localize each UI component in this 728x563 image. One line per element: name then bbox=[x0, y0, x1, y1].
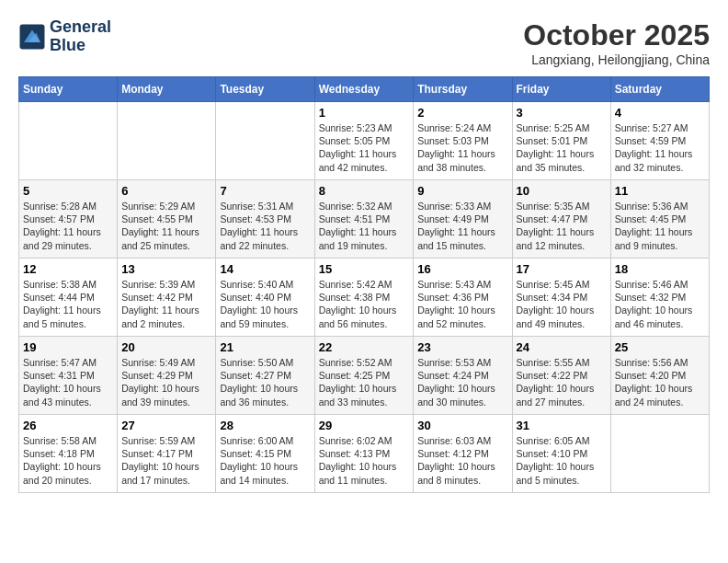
weekday-header-saturday: Saturday bbox=[610, 77, 709, 102]
weekday-header-thursday: Thursday bbox=[414, 77, 512, 102]
day-cell-23: 23Sunrise: 5:53 AM Sunset: 4:24 PM Dayli… bbox=[414, 337, 512, 415]
day-cell-5: 5Sunrise: 5:28 AM Sunset: 4:57 PM Daylig… bbox=[19, 180, 118, 259]
day-number: 9 bbox=[417, 184, 507, 198]
day-info: Sunrise: 6:00 AM Sunset: 4:15 PM Dayligh… bbox=[220, 434, 310, 487]
day-number: 11 bbox=[615, 184, 705, 198]
day-info: Sunrise: 5:45 AM Sunset: 4:34 PM Dayligh… bbox=[517, 278, 607, 330]
day-number: 16 bbox=[417, 262, 507, 276]
week-row-5: 26Sunrise: 5:58 AM Sunset: 4:18 PM Dayli… bbox=[19, 415, 710, 493]
day-cell-20: 20Sunrise: 5:49 AM Sunset: 4:29 PM Dayli… bbox=[118, 337, 216, 415]
day-cell-18: 18Sunrise: 5:46 AM Sunset: 4:32 PM Dayli… bbox=[610, 259, 709, 337]
logo-text: General Blue bbox=[50, 18, 111, 55]
day-cell-6: 6Sunrise: 5:29 AM Sunset: 4:55 PM Daylig… bbox=[118, 180, 216, 259]
day-cell-7: 7Sunrise: 5:31 AM Sunset: 4:53 PM Daylig… bbox=[216, 180, 314, 259]
day-info: Sunrise: 5:33 AM Sunset: 4:49 PM Dayligh… bbox=[417, 200, 507, 252]
day-cell-2: 2Sunrise: 5:24 AM Sunset: 5:03 PM Daylig… bbox=[414, 102, 512, 180]
day-info: Sunrise: 5:35 AM Sunset: 4:47 PM Dayligh… bbox=[517, 200, 607, 252]
day-cell-28: 28Sunrise: 6:00 AM Sunset: 4:15 PM Dayli… bbox=[216, 415, 314, 493]
day-cell-19: 19Sunrise: 5:47 AM Sunset: 4:31 PM Dayli… bbox=[19, 337, 118, 415]
day-info: Sunrise: 5:32 AM Sunset: 4:51 PM Dayligh… bbox=[319, 200, 410, 252]
day-cell-1: 1Sunrise: 5:23 AM Sunset: 5:05 PM Daylig… bbox=[314, 102, 414, 180]
day-cell-8: 8Sunrise: 5:32 AM Sunset: 4:51 PM Daylig… bbox=[314, 180, 414, 259]
day-number: 15 bbox=[319, 262, 410, 276]
weekday-header-monday: Monday bbox=[118, 77, 216, 102]
day-number: 14 bbox=[220, 262, 310, 276]
day-number: 5 bbox=[23, 184, 113, 198]
day-cell-24: 24Sunrise: 5:55 AM Sunset: 4:22 PM Dayli… bbox=[512, 337, 610, 415]
day-cell-13: 13Sunrise: 5:39 AM Sunset: 4:42 PM Dayli… bbox=[118, 259, 216, 337]
logo: General Blue bbox=[18, 18, 111, 55]
day-cell-4: 4Sunrise: 5:27 AM Sunset: 4:59 PM Daylig… bbox=[610, 102, 709, 180]
weekday-header-wednesday: Wednesday bbox=[314, 77, 414, 102]
logo-icon bbox=[18, 23, 46, 51]
day-number: 19 bbox=[23, 340, 113, 354]
day-info: Sunrise: 5:46 AM Sunset: 4:32 PM Dayligh… bbox=[615, 278, 705, 330]
day-number: 1 bbox=[319, 106, 410, 120]
title-block: October 2025 Langxiang, Heilongjiang, Ch… bbox=[523, 18, 710, 67]
weekday-header-row: SundayMondayTuesdayWednesdayThursdayFrid… bbox=[19, 77, 710, 102]
day-info: Sunrise: 5:56 AM Sunset: 4:20 PM Dayligh… bbox=[615, 356, 705, 408]
day-cell-16: 16Sunrise: 5:43 AM Sunset: 4:36 PM Dayli… bbox=[414, 259, 512, 337]
day-info: Sunrise: 5:47 AM Sunset: 4:31 PM Dayligh… bbox=[23, 356, 113, 408]
day-number: 27 bbox=[121, 419, 211, 432]
day-info: Sunrise: 5:49 AM Sunset: 4:29 PM Dayligh… bbox=[121, 356, 211, 408]
day-info: Sunrise: 5:31 AM Sunset: 4:53 PM Dayligh… bbox=[220, 200, 310, 252]
day-info: Sunrise: 6:02 AM Sunset: 4:13 PM Dayligh… bbox=[319, 434, 410, 487]
day-cell-15: 15Sunrise: 5:42 AM Sunset: 4:38 PM Dayli… bbox=[314, 259, 414, 337]
empty-cell bbox=[118, 102, 216, 180]
day-number: 6 bbox=[121, 184, 211, 198]
day-cell-25: 25Sunrise: 5:56 AM Sunset: 4:20 PM Dayli… bbox=[610, 337, 709, 415]
logo-line2: Blue bbox=[50, 37, 111, 55]
day-number: 28 bbox=[220, 419, 310, 432]
day-number: 26 bbox=[23, 419, 113, 432]
day-info: Sunrise: 5:39 AM Sunset: 4:42 PM Dayligh… bbox=[121, 278, 211, 330]
week-row-2: 5Sunrise: 5:28 AM Sunset: 4:57 PM Daylig… bbox=[19, 180, 710, 259]
page-header: General Blue October 2025 Langxiang, Hei… bbox=[18, 18, 710, 67]
day-number: 23 bbox=[417, 340, 507, 354]
day-number: 30 bbox=[417, 419, 507, 432]
day-info: Sunrise: 5:42 AM Sunset: 4:38 PM Dayligh… bbox=[319, 278, 410, 330]
day-number: 8 bbox=[319, 184, 410, 198]
day-cell-3: 3Sunrise: 5:25 AM Sunset: 5:01 PM Daylig… bbox=[512, 102, 610, 180]
day-number: 22 bbox=[319, 340, 410, 354]
day-info: Sunrise: 5:53 AM Sunset: 4:24 PM Dayligh… bbox=[417, 356, 507, 408]
day-number: 7 bbox=[220, 184, 310, 198]
calendar: SundayMondayTuesdayWednesdayThursdayFrid… bbox=[18, 76, 710, 493]
day-cell-17: 17Sunrise: 5:45 AM Sunset: 4:34 PM Dayli… bbox=[512, 259, 610, 337]
day-info: Sunrise: 6:03 AM Sunset: 4:12 PM Dayligh… bbox=[417, 434, 507, 487]
day-info: Sunrise: 5:27 AM Sunset: 4:59 PM Dayligh… bbox=[615, 121, 705, 174]
day-number: 25 bbox=[615, 340, 705, 354]
day-cell-10: 10Sunrise: 5:35 AM Sunset: 4:47 PM Dayli… bbox=[512, 180, 610, 259]
day-info: Sunrise: 5:50 AM Sunset: 4:27 PM Dayligh… bbox=[220, 356, 310, 408]
day-info: Sunrise: 5:55 AM Sunset: 4:22 PM Dayligh… bbox=[517, 356, 607, 408]
day-number: 29 bbox=[319, 419, 410, 432]
location: Langxiang, Heilongjiang, China bbox=[523, 52, 710, 67]
day-cell-14: 14Sunrise: 5:40 AM Sunset: 4:40 PM Dayli… bbox=[216, 259, 314, 337]
day-info: Sunrise: 5:40 AM Sunset: 4:40 PM Dayligh… bbox=[220, 278, 310, 330]
day-info: Sunrise: 5:23 AM Sunset: 5:05 PM Dayligh… bbox=[319, 121, 410, 174]
day-number: 4 bbox=[615, 106, 705, 120]
day-number: 2 bbox=[417, 106, 507, 120]
weekday-header-friday: Friday bbox=[512, 77, 610, 102]
logo-line1: General bbox=[50, 18, 111, 37]
day-info: Sunrise: 5:24 AM Sunset: 5:03 PM Dayligh… bbox=[417, 121, 507, 174]
day-number: 17 bbox=[517, 262, 607, 276]
day-cell-31: 31Sunrise: 6:05 AM Sunset: 4:10 PM Dayli… bbox=[512, 415, 610, 493]
day-info: Sunrise: 5:59 AM Sunset: 4:17 PM Dayligh… bbox=[121, 434, 211, 487]
day-number: 10 bbox=[517, 184, 607, 198]
empty-cell bbox=[19, 102, 118, 180]
day-cell-9: 9Sunrise: 5:33 AM Sunset: 4:49 PM Daylig… bbox=[414, 180, 512, 259]
day-number: 13 bbox=[121, 262, 211, 276]
day-info: Sunrise: 5:25 AM Sunset: 5:01 PM Dayligh… bbox=[517, 121, 607, 174]
day-cell-21: 21Sunrise: 5:50 AM Sunset: 4:27 PM Dayli… bbox=[216, 337, 314, 415]
day-cell-22: 22Sunrise: 5:52 AM Sunset: 4:25 PM Dayli… bbox=[314, 337, 414, 415]
day-number: 31 bbox=[517, 419, 607, 432]
week-row-1: 1Sunrise: 5:23 AM Sunset: 5:05 PM Daylig… bbox=[19, 102, 710, 180]
day-info: Sunrise: 5:43 AM Sunset: 4:36 PM Dayligh… bbox=[417, 278, 507, 330]
empty-cell bbox=[216, 102, 314, 180]
day-number: 18 bbox=[615, 262, 705, 276]
weekday-header-tuesday: Tuesday bbox=[216, 77, 314, 102]
week-row-3: 12Sunrise: 5:38 AM Sunset: 4:44 PM Dayli… bbox=[19, 259, 710, 337]
day-cell-29: 29Sunrise: 6:02 AM Sunset: 4:13 PM Dayli… bbox=[314, 415, 414, 493]
day-cell-26: 26Sunrise: 5:58 AM Sunset: 4:18 PM Dayli… bbox=[19, 415, 118, 493]
